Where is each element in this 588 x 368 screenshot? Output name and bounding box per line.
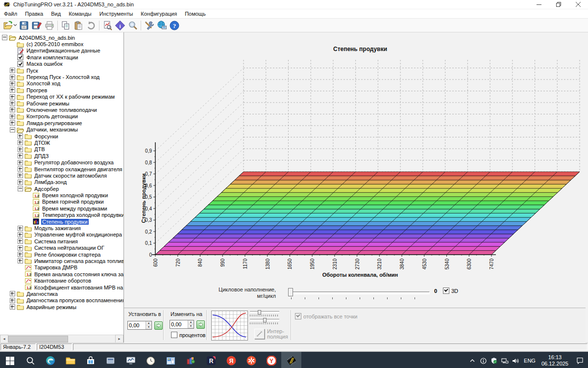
tree-item-label[interactable]: Время горячей продувки (41, 199, 105, 205)
menu-item-5[interactable]: Конфигурация (137, 10, 181, 17)
tree-horizontal-scrollbar[interactable]: ◄ ► (0, 335, 123, 342)
menu-item-0[interactable]: Файл (0, 10, 21, 17)
menu-item-2[interactable]: Вид (47, 10, 65, 17)
taskbar-photos-app-icon[interactable] (161, 352, 181, 368)
tree-item-3[interactable]: Флаги комплектации (0, 54, 123, 60)
collapse-minus-icon[interactable] (18, 186, 23, 191)
tree-item-6[interactable]: Переход Пуск - Холостой ход (0, 74, 123, 80)
tree-item-17[interactable]: ДТВ (0, 146, 123, 153)
tree-item-label[interactable]: Переход от ХХ к рабочим режимам (25, 94, 116, 100)
tree-item-26[interactable]: 1.2Время между продувками (0, 205, 123, 211)
tree-item-5[interactable]: Пуск (0, 67, 123, 74)
tree-item-19[interactable]: Регулятор добавочного воздуха (0, 159, 123, 165)
tree-item-label[interactable]: Маска ошибок (25, 61, 63, 67)
tree-item-label[interactable]: Коэффициент квантования МРВ на 32 (33, 285, 123, 290)
expand-plus-icon[interactable] (18, 180, 23, 185)
tree-item-16[interactable]: ДТОЖ (0, 139, 123, 146)
tree-item-label[interactable]: Отключение топливоподачи (25, 107, 98, 113)
tree-item-25[interactable]: 1.2Время горячей продувки (0, 199, 123, 205)
expand-plus-icon[interactable] (10, 120, 15, 126)
taskbar-yandex-icon[interactable]: Я (221, 352, 241, 368)
scroll-left-button[interactable]: ◄ (0, 335, 8, 342)
tree-item-label[interactable]: Контроль детонации (25, 113, 79, 119)
help-icon[interactable]: ? (168, 20, 181, 31)
expand-plus-icon[interactable] (10, 304, 15, 310)
interpolation-slider-x[interactable] (250, 310, 279, 316)
tree-item-label[interactable]: Холостой ход (25, 80, 61, 86)
tree-item-12[interactable]: Контроль детонации (0, 113, 123, 120)
tree-item-21[interactable]: Датчик скорости автомобиля (0, 172, 123, 179)
scrollbar-track[interactable] (8, 335, 115, 342)
search-icon[interactable] (126, 20, 139, 31)
interpolation-button[interactable] (254, 329, 265, 339)
tray-security-shield-icon[interactable] (489, 357, 499, 364)
tree-item-label[interactable]: Переход Пуск - Холостой ход (25, 74, 100, 80)
change-value-input[interactable] (170, 320, 188, 328)
tree-item-7[interactable]: Холостой ход (0, 80, 123, 87)
menu-item-3[interactable]: Команды (65, 10, 96, 17)
tray-clock[interactable]: 16:13 06.12.2025 (539, 354, 571, 367)
tree-item-label[interactable]: Время холодной продувки (41, 192, 109, 198)
tree-item-33[interactable]: Реле блокировки стартера (0, 251, 123, 258)
print-icon[interactable] (43, 20, 56, 31)
taskbar-colored-tools-app-icon[interactable] (181, 352, 201, 368)
tree-item-1[interactable]: (c) 2005-2010 emmibox (0, 41, 123, 47)
apply-change-button[interactable] (196, 320, 205, 329)
tree-item-label[interactable]: Квантование оборотов (33, 278, 92, 284)
taskbar-clock-app-icon[interactable] (141, 352, 161, 368)
tree-item-label[interactable]: Время анализа состояния ключа зажигания (33, 271, 123, 277)
tree-item-label[interactable]: ДТВ (33, 146, 46, 152)
expand-plus-icon[interactable] (10, 101, 15, 106)
surface-chart[interactable]: 00,10,20,30,40,50,60,70,80,9Степень прод… (124, 32, 586, 308)
tree-item-label[interactable]: (c) 2005-2010 emmibox (25, 41, 84, 47)
expand-plus-icon[interactable] (18, 147, 23, 152)
tree-item-20[interactable]: Вентилятор охлаждения двигателя (0, 166, 123, 172)
apply-set-button[interactable] (154, 321, 163, 330)
tree-item-label-selected[interactable]: Степень продувки (41, 219, 89, 225)
tree-item-label[interactable]: Диагностика (25, 291, 59, 297)
tree-item-label[interactable]: Пуск (25, 68, 39, 74)
change-value-spin-buttons[interactable]: ▲▼ (188, 320, 194, 328)
menu-item-1[interactable]: Правка (21, 10, 47, 17)
expand-plus-icon[interactable] (10, 75, 15, 80)
taskbar-store-icon[interactable] (80, 352, 100, 368)
tree-item-label[interactable]: Система нейтрализации ОГ (33, 245, 105, 251)
expand-plus-icon[interactable] (18, 226, 23, 231)
tree-item-label[interactable]: ДПДЗ (33, 153, 49, 159)
tray-language-indicator[interactable]: ENG (521, 358, 539, 364)
tree-item-30[interactable]: Управление муфтой кондиционера (0, 232, 123, 238)
tree-item-label[interactable]: Модуль зажигания (33, 225, 82, 231)
tree-item-label[interactable]: Адсорбер (33, 186, 60, 192)
expand-plus-icon[interactable] (10, 81, 15, 86)
report-icon[interactable] (101, 20, 114, 31)
undo-icon[interactable] (85, 20, 98, 31)
tree-item-label[interactable]: Аварийные режимы (25, 304, 77, 310)
tree-item-32[interactable]: Система нейтрализации ОГ (0, 245, 123, 251)
open-dropdown-caret[interactable] (13, 23, 18, 27)
view-3d-checkbox[interactable] (443, 288, 449, 294)
taskbar-monitor-app-icon[interactable] (121, 352, 141, 368)
tree-item-38[interactable]: 1.2Коэффициент квантования МРВ на 32 (0, 284, 123, 290)
tree-item-label[interactable]: Лямбда-зонд (33, 179, 68, 185)
tree-item-14[interactable]: Датчики, механизмы (0, 126, 123, 132)
expand-plus-icon[interactable] (10, 107, 15, 112)
tree-item-37[interactable]: Квантование оборотов (0, 277, 123, 284)
tree-item-label[interactable]: Вентилятор охлаждения двигателя (33, 166, 123, 172)
tree-item-41[interactable]: Аварийные режимы (0, 304, 123, 310)
expand-plus-icon[interactable] (18, 160, 23, 165)
collapse-minus-icon[interactable] (2, 35, 7, 40)
tree-item-28[interactable]: Степень продувки (0, 218, 123, 225)
surface-bands[interactable] (155, 172, 580, 255)
tree-item-label[interactable]: Иммитатор сигнала расхода топлива (33, 258, 123, 264)
tray-notification-center-icon[interactable] (571, 357, 588, 364)
save-as-icon[interactable] (30, 20, 43, 31)
paste-icon[interactable] (72, 20, 85, 31)
tree-item-label[interactable]: Регулятор добавочного воздуха (33, 159, 115, 165)
menu-item-6[interactable]: Помощь (181, 10, 210, 17)
tools-icon[interactable] (143, 20, 155, 31)
tree-item-label[interactable]: Тарировка ДМРВ (33, 264, 78, 270)
expand-plus-icon[interactable] (18, 133, 23, 139)
tree-item-label[interactable]: Лямда-регулирование (25, 120, 83, 126)
expand-plus-icon[interactable] (10, 291, 15, 296)
expand-plus-icon[interactable] (18, 258, 23, 263)
